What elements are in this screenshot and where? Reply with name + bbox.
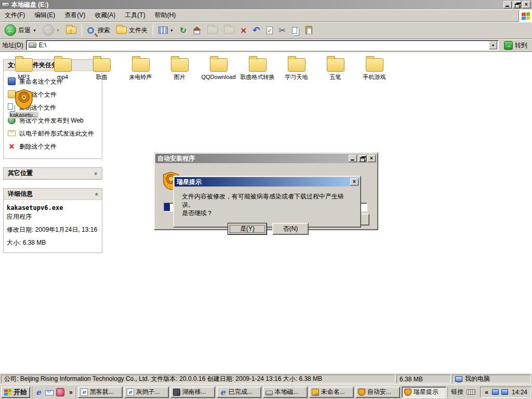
paste-button[interactable] (303, 23, 315, 37)
taskbar-task-button[interactable]: 瑞星提示 (402, 387, 446, 398)
taskbar-task-button[interactable]: 已完成... (217, 387, 261, 398)
quick-launch-icon[interactable] (56, 388, 64, 396)
undo-button[interactable]: ↶ (250, 23, 262, 37)
folders-icon (116, 26, 127, 34)
copy-button[interactable] (289, 23, 302, 37)
address-input[interactable]: E:\ ▼ (26, 40, 499, 50)
search-button[interactable]: 搜索 (85, 23, 113, 37)
installer-close-button[interactable]: × (367, 155, 376, 162)
other-places-panel: 其它位置 » (3, 167, 102, 180)
views-icon (158, 26, 168, 34)
search-icon (87, 27, 94, 34)
folder-item[interactable]: 五笔 (316, 55, 355, 81)
keyboard-icon[interactable] (467, 389, 475, 395)
address-drive-icon (29, 43, 36, 48)
network-icon[interactable] (492, 389, 499, 395)
folder-item[interactable]: QQDownload (199, 55, 238, 81)
details-panel-header[interactable]: 详细信息 » (4, 189, 102, 200)
address-dropdown-icon[interactable]: ▼ (489, 41, 497, 49)
up-button[interactable]: ↑ (63, 23, 79, 37)
folder-item[interactable]: 歌曲 (82, 55, 121, 81)
menu-item[interactable]: 查看(V) (60, 9, 90, 21)
menu-item[interactable]: 帮助(H) (150, 9, 181, 21)
taskbar-task-button[interactable]: 本地磁... (263, 387, 308, 398)
minimize-button[interactable] (503, 1, 512, 8)
back-dropdown-icon[interactable]: ▼ (33, 29, 36, 32)
views-button[interactable]: ▼ (156, 23, 176, 37)
folder-item[interactable]: MP3 (4, 55, 43, 81)
folder-item[interactable]: 来电铃声 (121, 55, 160, 81)
cut-button[interactable]: ✂ (276, 23, 288, 37)
menu-item[interactable]: 工具(T) (120, 9, 150, 21)
taskbar-task-icon (173, 389, 180, 396)
close-button[interactable]: × (522, 1, 530, 8)
search-label: 搜索 (98, 26, 110, 35)
toolbar-separator (153, 24, 153, 36)
taskbar-task-label: 本地磁... (275, 388, 299, 396)
folder-grid: MP3 mp4 歌曲 (4, 55, 394, 81)
copy-to-button[interactable] (221, 23, 237, 37)
folder-icon (93, 58, 111, 72)
installer-titlebar[interactable]: 自动安装程序 × (155, 154, 377, 163)
forward-button[interactable]: → ▼ (40, 23, 62, 37)
taskbar-task-button[interactable]: 自动安... (355, 387, 400, 398)
yes-button[interactable]: 是(Y) (228, 223, 267, 235)
installer-minimize-button[interactable] (349, 155, 357, 162)
folder-icon (54, 58, 72, 72)
quick-launch-overflow-icon[interactable]: » (68, 389, 74, 396)
refresh-button[interactable]: ↻ (177, 23, 189, 37)
taskbar-task-button[interactable]: 黑客就... (78, 387, 123, 398)
back-icon: ← (5, 24, 16, 36)
quick-launch-icon[interactable] (45, 390, 54, 395)
menu-item[interactable]: 文件(F) (0, 9, 30, 21)
cut-icon: ✂ (279, 25, 286, 35)
dialog-message-line1: 文件内容被修改，有可能被病毒感染或者下载过程中产生错误。 (182, 192, 354, 209)
folder-item[interactable]: mp4 (43, 55, 82, 81)
windows-flag-icon (4, 389, 11, 395)
delete-button[interactable]: × (238, 23, 249, 37)
links-toolbar[interactable]: 链接 (447, 387, 478, 398)
taskbar-task-icon (312, 389, 319, 396)
taskbar-task-button[interactable]: 未命名... (309, 387, 354, 398)
addressbar: 地址(D) E:\ ▼ → 转到 (0, 39, 532, 52)
other-places-header[interactable]: 其它位置 » (4, 168, 102, 179)
rising-dialog-titlebar[interactable]: 瑞星提示 × (175, 177, 360, 187)
menu-item[interactable]: 收藏(A) (90, 9, 120, 21)
explorer-titlebar[interactable]: 本地磁盘 (E:) × (0, 0, 532, 9)
status-zone: 我的电脑 (452, 375, 531, 383)
folder-item[interactable]: 歌曲格式转换 (238, 55, 277, 81)
restore-button[interactable] (513, 1, 521, 8)
go-button[interactable]: → 转到 (501, 39, 530, 51)
details-modified: 修改日期: 2009年1月24日, 13:16 (7, 225, 99, 234)
quick-launch-icon[interactable] (34, 388, 43, 396)
folders-button[interactable]: 文件夹 (114, 23, 150, 37)
chevron-up-icon: » (93, 192, 99, 195)
folder-item[interactable]: 图片 (160, 55, 199, 81)
back-button[interactable]: ← 后退 ▼ (2, 23, 39, 37)
undo-icon: ↶ (252, 25, 260, 36)
exe-file-item[interactable]: kakasetu... (4, 89, 43, 118)
no-button[interactable]: 否(N) (272, 223, 309, 235)
task-item[interactable]: 以电子邮件形式发送此文件 (7, 127, 99, 140)
move-to-button[interactable] (205, 23, 220, 37)
network-icon[interactable] (501, 389, 508, 395)
folder-label: 来电铃声 (129, 74, 152, 81)
taskbar-task-button[interactable]: 灰鸽子... (124, 387, 169, 398)
home-button[interactable] (190, 23, 204, 37)
rising-close-button[interactable]: × (350, 178, 358, 185)
start-button[interactable]: 开始 (1, 387, 30, 398)
checkdoc-button[interactable] (264, 23, 275, 37)
menu-item[interactable]: 编辑(E) (30, 9, 60, 21)
up-folder-icon: ↑ (66, 26, 76, 34)
tray-collapse-icon[interactable]: « (484, 389, 489, 396)
task-item[interactable]: 删除这个文件 (7, 140, 99, 153)
folder-label: 手机游戏 (363, 74, 386, 81)
installer-maximize-button[interactable] (358, 155, 366, 162)
folder-item[interactable]: 手机游戏 (355, 55, 394, 81)
folder-item[interactable]: 学习天地 (277, 55, 316, 81)
taskbar-task-label: 未命名... (321, 388, 345, 396)
back-label: 后退 (18, 26, 31, 35)
desktop: 本地磁盘 (E:) × 文件(F)编辑(E)查看(V)收藏(A)工具(T)帮助(… (0, 0, 532, 399)
address-value: E:\ (39, 42, 486, 49)
taskbar-task-button[interactable]: 湖南移... (170, 387, 215, 398)
